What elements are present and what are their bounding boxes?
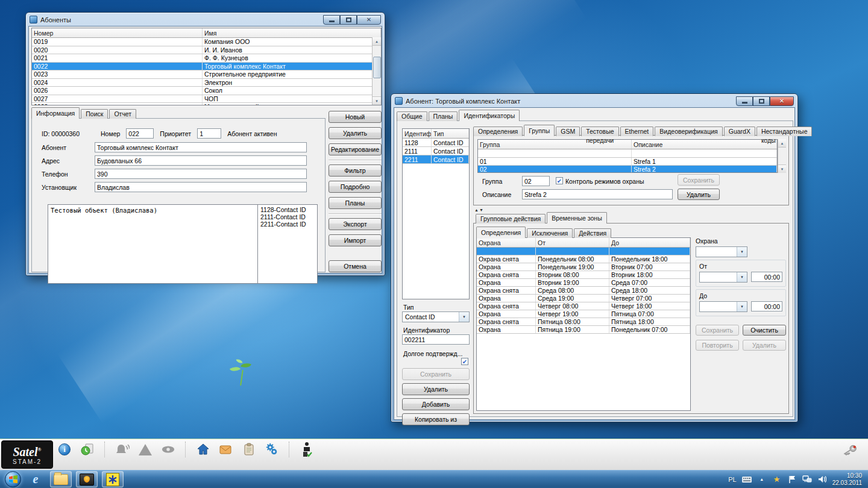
type-select[interactable]: Contact ID ▼ — [402, 311, 470, 322]
key-icon[interactable] — [843, 443, 857, 457]
tab-plans[interactable]: Планы — [429, 111, 458, 121]
tab-search[interactable]: Поиск — [81, 109, 108, 119]
report-clock-button[interactable] — [80, 442, 95, 457]
chevron-down-icon[interactable]: ▼ — [459, 312, 469, 322]
table-row[interactable]: 0022Торговый комплекс Контакт — [32, 63, 381, 71]
table-row[interactable]: 0023Строительное предприятие — [32, 70, 381, 79]
tab-group-actions[interactable]: Групповые действия — [476, 214, 546, 224]
tab-test-transmissions[interactable]: Тестовые передачи — [581, 127, 618, 136]
maximize-button[interactable] — [753, 96, 770, 106]
tab-identifiers[interactable]: Идентификаторы — [459, 110, 520, 121]
save-zone-button[interactable]: Сохранить — [696, 325, 739, 336]
delete-button[interactable]: Удалить — [329, 127, 382, 139]
table-row[interactable]: 02Strefa 2 — [478, 166, 777, 173]
export-button[interactable]: Экспорт — [329, 218, 382, 230]
taskbar-clock[interactable]: 10:30 22.03.2011 — [832, 472, 862, 487]
maximize-button[interactable] — [340, 15, 357, 25]
tab-general[interactable]: Общие — [397, 111, 427, 121]
save-identifier-button[interactable]: Сохранить — [402, 368, 470, 380]
watch-eye-icon[interactable] — [161, 442, 175, 457]
phone-field[interactable]: 390 — [95, 169, 307, 179]
tab-definitions[interactable]: Определения — [476, 227, 526, 238]
keyboard-icon[interactable] — [742, 475, 752, 484]
column-header[interactable]: Идентиф... — [403, 129, 432, 138]
internet-explorer-button[interactable]: e — [25, 472, 46, 487]
chevron-down-icon[interactable]: ▼ — [737, 247, 747, 257]
clipboard-button[interactable] — [242, 442, 256, 457]
stam2-client-button[interactable] — [102, 471, 124, 487]
cancel-button[interactable]: Отмена — [329, 260, 382, 272]
from-day-select[interactable]: ▼ — [699, 272, 747, 283]
table-row[interactable]: Охрана снятаЧетверг 08:00Четверг 18:00 — [477, 302, 690, 310]
table-row[interactable]: Охрана снятаСреда 08:00Среда 18:00 — [477, 287, 690, 295]
hidden-icons-button[interactable]: ▲ — [757, 475, 767, 484]
tab-groups[interactable]: Группы — [524, 125, 555, 136]
column-header[interactable]: Имя — [203, 28, 381, 37]
delete-zone-button[interactable]: Удалить — [743, 340, 786, 351]
column-header[interactable]: Описание — [632, 140, 777, 149]
delete-group-button[interactable]: Удалить — [678, 189, 720, 200]
scroll-down-icon[interactable]: ▼ — [373, 96, 381, 105]
chevron-down-icon[interactable]: ▼ — [737, 302, 747, 311]
tab-information[interactable]: Информация — [31, 107, 80, 119]
priority-field[interactable]: 1 — [197, 128, 221, 139]
table-row[interactable]: ОхранаЧетверг 19:00Пятница 07:00 — [477, 310, 690, 318]
table-row[interactable]: ОхранаПятница 19:00Понедельник 07:00 — [477, 326, 690, 334]
filter-button[interactable]: Фильтр — [329, 164, 382, 177]
delete-identifier-button[interactable]: Удалить — [402, 383, 470, 395]
action-center-flag-icon[interactable] — [787, 475, 797, 484]
column-header[interactable]: От — [536, 238, 609, 247]
clear-zone-button[interactable]: Очистить — [743, 325, 786, 336]
vertical-scrollbar[interactable]: ▲ ▼ — [372, 37, 381, 105]
repeat-zone-button[interactable]: Повторить — [696, 340, 739, 351]
start-button[interactable] — [5, 471, 21, 487]
table-row[interactable]: 0020И. И. Иванов — [32, 46, 381, 55]
tab-report[interactable]: Отчет — [109, 109, 136, 119]
tab-exceptions[interactable]: Исключения — [527, 228, 573, 238]
table-row[interactable]: 01Strefa 1 — [478, 158, 777, 166]
close-button[interactable]: ✕ — [770, 96, 794, 106]
chevron-down-icon[interactable]: ▼ — [737, 272, 747, 282]
close-button[interactable]: ✕ — [357, 15, 381, 25]
spin-arrows-icon[interactable]: ▲▼ — [474, 208, 484, 212]
copy-from-button[interactable]: Копировать из — [402, 413, 470, 425]
notes-area[interactable]: Тестовый объект (Владислава) 1128-Contac… — [48, 204, 318, 284]
column-header[interactable]: Охрана — [477, 238, 536, 247]
add-identifier-button[interactable]: Добавить — [402, 398, 470, 410]
tab-nonstandard-codes[interactable]: Нестандартные коды — [756, 127, 813, 136]
import-button[interactable]: Импорт — [329, 234, 382, 246]
table-row[interactable]: 2111Contact ID — [403, 147, 469, 155]
tab-guardx[interactable]: GuardX — [724, 127, 755, 136]
description-field[interactable]: Strefa 2 — [522, 189, 673, 199]
table-row[interactable]: ОхранаВторник 19:00Среда 07:00 — [477, 279, 690, 287]
scroll-thumb[interactable] — [373, 57, 381, 78]
table-row[interactable] — [477, 248, 690, 255]
table-row[interactable]: Охрана снятаПятница 08:00Пятница 18:00 — [477, 318, 690, 326]
settings-gears-button[interactable] — [265, 442, 279, 457]
to-day-select[interactable]: ▼ — [699, 301, 747, 312]
tab-actions[interactable]: Действия — [574, 228, 611, 238]
mail-button[interactable] — [219, 442, 233, 457]
installer-field[interactable]: Владислав — [95, 182, 307, 192]
number-field[interactable]: 022 — [126, 128, 154, 139]
plans-button[interactable]: Планы — [329, 197, 382, 209]
identifier-field[interactable]: 002211 — [402, 334, 470, 345]
network-icon[interactable] — [802, 475, 812, 484]
table-row[interactable]: 0026Сокол — [32, 87, 381, 95]
tab-gsm[interactable]: GSM — [556, 127, 580, 136]
tab-time-zones[interactable]: Временные зоны — [547, 212, 607, 224]
subscriber-name-field[interactable]: Торговый комплекс Контакт — [95, 142, 307, 152]
table-row[interactable]: 1128Contact ID — [403, 139, 469, 147]
volume-icon[interactable] — [817, 475, 827, 484]
group-field[interactable]: 02 — [522, 176, 550, 186]
table-row[interactable]: 0019Компания ООО — [32, 38, 381, 46]
file-explorer-button[interactable] — [50, 471, 72, 487]
table-row[interactable]: 0021Ф. Ф. Кузнецов — [32, 54, 381, 63]
table-row[interactable]: ОхранаСреда 19:00Четверг 07:00 — [477, 295, 690, 302]
scroll-down-icon[interactable]: ▼ — [778, 164, 786, 173]
from-time-field[interactable]: 00:00 — [751, 272, 782, 282]
scroll-up-icon[interactable]: ▲ — [373, 37, 381, 46]
table-row[interactable] — [478, 149, 777, 158]
guard-modes-checkbox[interactable]: ✔ — [556, 177, 563, 184]
minimize-button[interactable] — [736, 96, 753, 106]
